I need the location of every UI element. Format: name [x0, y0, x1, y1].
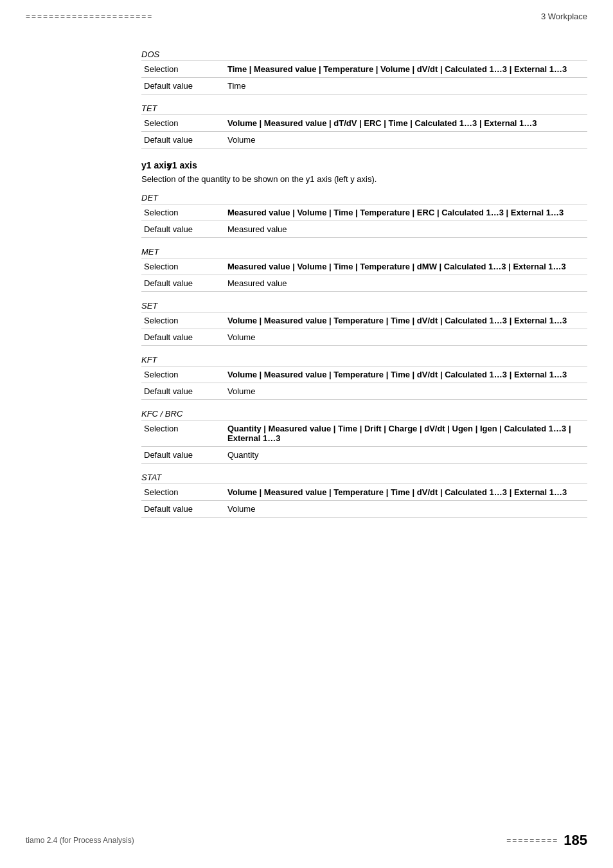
param-value: Quantity | Measured value | Time | Drift…	[225, 420, 587, 447]
param-value: Volume	[225, 132, 587, 149]
param-table-met: SelectionMeasured value | Volume | Time …	[141, 258, 587, 292]
param-value: Measured value | Volume | Time | Tempera…	[225, 204, 587, 221]
param-table-kft: SelectionVolume | Measured value | Tempe…	[141, 366, 587, 400]
param-key: Default value	[141, 78, 225, 95]
page-header: ====================== 3 Workplace	[0, 0, 613, 28]
param-table-set: SelectionVolume | Measured value | Tempe…	[141, 312, 587, 346]
table-row: SelectionVolume | Measured value | Tempe…	[141, 312, 587, 329]
param-key: Selection	[141, 366, 225, 383]
param-key: Selection	[141, 61, 225, 78]
table-row: Default valueQuantity	[141, 447, 587, 464]
table-row: Default valueMeasured value	[141, 275, 587, 292]
table-row: SelectionQuantity | Measured value | Tim…	[141, 420, 587, 447]
table-row: Default valueVolume	[141, 383, 587, 400]
table-row: SelectionMeasured value | Volume | Time …	[141, 204, 587, 221]
table-row: SelectionTime | Measured value | Tempera…	[141, 61, 587, 78]
param-value: Measured value	[225, 221, 587, 238]
table-row: SelectionVolume | Measured value | Tempe…	[141, 484, 587, 501]
param-value: Volume	[225, 501, 587, 518]
section-label-dos: DOS	[141, 50, 587, 59]
table-row: SelectionVolume | Measured value | Tempe…	[141, 366, 587, 383]
param-value: Volume | Measured value | Temperature | …	[225, 484, 587, 501]
footer-text: tiamo 2.4 (for Process Analysis)	[26, 836, 134, 845]
header-dashes: ======================	[26, 12, 153, 21]
section-label-met: MET	[141, 247, 587, 257]
param-key: Selection	[141, 115, 225, 132]
footer-page-number: 185	[564, 832, 587, 849]
param-key: Default value	[141, 132, 225, 149]
section-label-tet: TET	[141, 104, 587, 113]
param-table-stat: SelectionVolume | Measured value | Tempe…	[141, 484, 587, 518]
header-chapter: 3 Workplace	[541, 12, 587, 21]
footer-dashes: =========	[506, 836, 558, 845]
param-key: Default value	[141, 221, 225, 238]
param-table-kfc/brc: SelectionQuantity | Measured value | Tim…	[141, 420, 587, 464]
param-key: Selection	[141, 312, 225, 329]
table-row: Default valueTime	[141, 78, 587, 95]
param-key: Default value	[141, 383, 225, 400]
main-content: DOSSelectionTime | Measured value | Temp…	[0, 28, 613, 547]
param-key: Default value	[141, 329, 225, 346]
param-value: Measured value	[225, 275, 587, 292]
table-row: Default valueVolume	[141, 329, 587, 346]
param-value: Volume | Measured value | Temperature | …	[225, 366, 587, 383]
param-value: Volume | Measured value | dT/dV | ERC | …	[225, 115, 587, 132]
table-row: SelectionVolume | Measured value | dT/dV…	[141, 115, 587, 132]
y1axis-description: Selection of the quantity to be shown on…	[141, 174, 587, 184]
section-label-set: SET	[141, 301, 587, 311]
top-sections: DOSSelectionTime | Measured value | Temp…	[141, 50, 587, 149]
param-table-det: SelectionMeasured value | Volume | Time …	[141, 204, 587, 238]
param-key: Selection	[141, 204, 225, 221]
param-key: Selection	[141, 420, 225, 447]
param-value: Volume | Measured value | Temperature | …	[225, 312, 587, 329]
param-value: Quantity	[225, 447, 587, 464]
y1axis-section: y1 axis y1 axis Selection of the quantit…	[141, 160, 587, 518]
param-value: Measured value | Volume | Time | Tempera…	[225, 258, 587, 275]
footer-right: ========= 185	[506, 832, 587, 849]
table-row: Default valueMeasured value	[141, 221, 587, 238]
param-value: Volume	[225, 329, 587, 346]
param-value: Volume	[225, 383, 587, 400]
param-key: Default value	[141, 275, 225, 292]
section-label-kft: KFT	[141, 355, 587, 365]
param-value: Time	[225, 78, 587, 95]
param-table-dos: SelectionTime | Measured value | Tempera…	[141, 60, 587, 95]
y1axis-title: y1 axis	[141, 160, 587, 170]
param-table-tet: SelectionVolume | Measured value | dT/dV…	[141, 114, 587, 149]
page-footer: tiamo 2.4 (for Process Analysis) =======…	[0, 832, 613, 849]
y1axis-subsections: DETSelectionMeasured value | Volume | Ti…	[141, 193, 587, 518]
section-label-det: DET	[141, 193, 587, 203]
section-label-kfc/brc: KFC / BRC	[141, 409, 587, 419]
y1axis-left-label: y1 axis	[167, 160, 197, 170]
table-row: Default valueVolume	[141, 132, 587, 149]
param-key: Selection	[141, 258, 225, 275]
param-key: Default value	[141, 447, 225, 464]
param-key: Selection	[141, 484, 225, 501]
param-key: Default value	[141, 501, 225, 518]
section-label-stat: STAT	[141, 473, 587, 482]
table-row: SelectionMeasured value | Volume | Time …	[141, 258, 587, 275]
param-value: Time | Measured value | Temperature | Vo…	[225, 61, 587, 78]
table-row: Default valueVolume	[141, 501, 587, 518]
